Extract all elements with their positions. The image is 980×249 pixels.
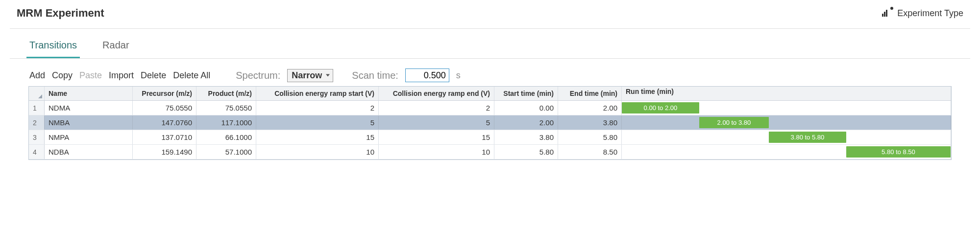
table-row[interactable]: 2NMBA147.0760117.1000552.003.802.00 to 3… [29, 115, 951, 130]
row-index: 3 [29, 130, 45, 144]
cell-ce-end[interactable]: 5 [379, 115, 494, 130]
col-ce-start[interactable]: Collision energy ramp start (V) [256, 87, 379, 100]
cell-precursor[interactable]: 159.1490 [133, 145, 196, 159]
cell-ce-start[interactable]: 5 [256, 115, 379, 130]
grid-header: Name Precursor (m/z) Product (m/z) Colli… [29, 87, 951, 101]
tab-radar[interactable]: Radar [99, 36, 132, 58]
col-run-time[interactable]: Run time (min) [622, 87, 951, 100]
import-button[interactable]: Import [109, 70, 134, 81]
cell-name[interactable]: NMPA [45, 130, 133, 144]
cell-start-time[interactable]: 5.80 [494, 145, 558, 159]
cell-start-time[interactable]: 3.80 [494, 130, 558, 144]
cell-precursor[interactable]: 75.0550 [133, 101, 196, 115]
cell-end-time[interactable]: 8.50 [558, 145, 622, 159]
tab-transitions[interactable]: Transitions [26, 36, 80, 58]
col-product[interactable]: Product (m/z) [196, 87, 256, 100]
delete-button[interactable]: Delete [141, 70, 166, 81]
cell-run-time: 0.00 to 2.00 [622, 101, 951, 115]
cell-ce-end[interactable]: 15 [379, 130, 494, 144]
col-end-time[interactable]: End time (min) [558, 87, 622, 100]
scan-time-label: Scan time: [352, 70, 398, 81]
scan-time-unit: s [456, 70, 461, 81]
table-row[interactable]: 4NDBA159.149057.100010105.808.505.80 to … [29, 145, 951, 159]
transitions-grid: Name Precursor (m/z) Product (m/z) Colli… [28, 86, 952, 160]
cell-ce-start[interactable]: 15 [256, 130, 379, 144]
cell-end-time[interactable]: 2.00 [558, 101, 622, 115]
table-row[interactable]: 3NMPA137.071066.100015153.805.803.80 to … [29, 130, 951, 145]
cell-product[interactable]: 57.1000 [196, 145, 256, 159]
paste-button[interactable]: Paste [79, 70, 102, 81]
col-precursor[interactable]: Precursor (m/z) [133, 87, 196, 100]
spectrum-select[interactable]: Narrow [287, 69, 333, 82]
copy-button[interactable]: Copy [52, 70, 73, 81]
cell-start-time[interactable]: 0.00 [494, 101, 558, 115]
cell-name[interactable]: NDMA [45, 101, 133, 115]
scan-time-input[interactable] [405, 68, 449, 82]
cell-product[interactable]: 66.1000 [196, 130, 256, 144]
col-ce-end[interactable]: Collision energy ramp end (V) [379, 87, 494, 100]
cell-run-time: 3.80 to 5.80 [622, 130, 951, 144]
gantt-bar[interactable]: 5.80 to 8.50 [846, 146, 951, 158]
spectrum-label: Spectrum: [236, 70, 280, 81]
gantt-bar[interactable]: 3.80 to 5.80 [769, 132, 846, 143]
row-index: 1 [29, 101, 45, 115]
gantt-bar[interactable]: 0.00 to 2.00 [622, 102, 699, 113]
cell-ce-start[interactable]: 2 [256, 101, 379, 115]
cell-end-time[interactable]: 5.80 [558, 130, 622, 144]
table-row[interactable]: 1NDMA75.055075.0550220.002.000.00 to 2.0… [29, 101, 951, 115]
cell-name[interactable]: NMBA [45, 115, 133, 130]
cell-ce-end[interactable]: 2 [379, 101, 494, 115]
experiment-type-label: Experiment Type [897, 8, 963, 19]
col-start-time[interactable]: Start time (min) [494, 87, 558, 100]
cell-start-time[interactable]: 2.00 [494, 115, 558, 130]
cell-precursor[interactable]: 137.0710 [133, 130, 196, 144]
gear-dot-icon [890, 7, 893, 10]
col-name[interactable]: Name [45, 87, 133, 100]
cell-run-time: 2.00 to 3.80 [622, 115, 951, 130]
page-title: MRM Experiment [17, 7, 104, 20]
cell-run-time: 5.80 to 8.50 [622, 145, 951, 159]
row-indicator-header[interactable] [29, 87, 45, 100]
cell-ce-start[interactable]: 10 [256, 145, 379, 159]
add-button[interactable]: Add [29, 70, 45, 81]
cell-precursor[interactable]: 147.0760 [133, 115, 196, 130]
cell-product[interactable]: 117.1000 [196, 115, 256, 130]
tabs: Transitions Radar [10, 29, 970, 59]
cell-end-time[interactable]: 3.80 [558, 115, 622, 130]
cell-ce-end[interactable]: 10 [379, 145, 494, 159]
bar-chart-icon [882, 10, 887, 17]
row-index: 2 [29, 115, 45, 130]
experiment-type-link[interactable]: Experiment Type [882, 8, 963, 19]
cell-product[interactable]: 75.0550 [196, 101, 256, 115]
toolbar: Add Copy Paste Import Delete Delete All … [29, 59, 951, 86]
row-index: 4 [29, 145, 45, 159]
cell-name[interactable]: NDBA [45, 145, 133, 159]
delete-all-button[interactable]: Delete All [173, 70, 210, 81]
gantt-bar[interactable]: 2.00 to 3.80 [699, 117, 769, 128]
